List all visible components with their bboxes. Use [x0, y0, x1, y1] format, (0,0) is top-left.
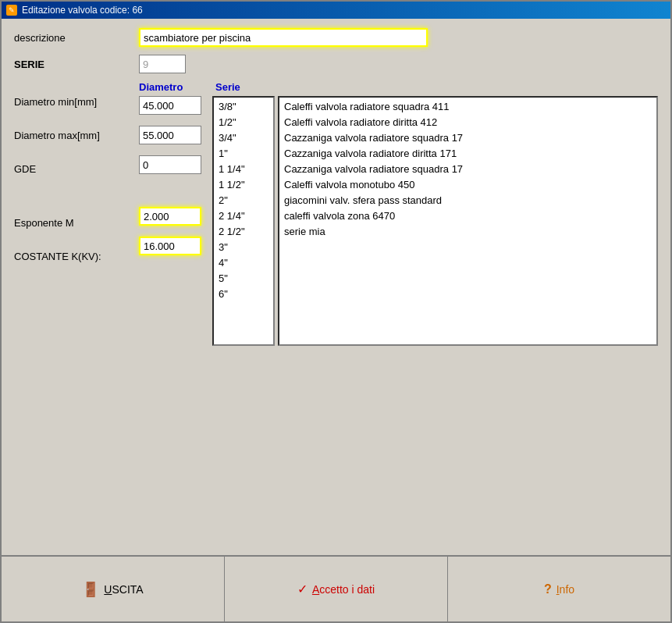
uscita-button[interactable]: 🚪 USCITA	[2, 557, 225, 621]
list-item[interactable]: 3/8"	[217, 99, 270, 115]
info-button[interactable]: ? Info	[448, 557, 670, 621]
list-item[interactable]: 6"	[217, 287, 270, 302]
esponente-input[interactable]	[139, 207, 201, 226]
window-title: Editazione valvola codice: 66	[22, 5, 143, 16]
inputs-column	[139, 96, 209, 255]
list-item[interactable]: serie mia	[283, 224, 653, 240]
esponente-row: Esponente M	[14, 217, 139, 229]
list-item[interactable]: 5"	[217, 271, 270, 287]
list-item[interactable]: Caleffi valvola monotubo 450	[283, 177, 653, 193]
list-item[interactable]: 1 1/4"	[217, 162, 270, 177]
left-form-panel: Diametro min[mm] Diametro max[mm] GDE Es…	[14, 96, 139, 270]
list-item[interactable]: caleffi valvola zona 6470	[283, 208, 653, 224]
bottom-bar: 🚪 USCITA ✓ Accetto i dati ? Info	[2, 555, 670, 621]
list-item[interactable]: Cazzaniga valvola radiatore squadra 17	[283, 130, 653, 146]
list-item[interactable]: Cazzaniga valvola radiatore diritta 171	[283, 146, 653, 162]
accetto-icon: ✓	[297, 582, 308, 596]
diametro-column-header: Diametro	[139, 81, 183, 93]
window-icon: ✎	[6, 5, 17, 16]
costante-input[interactable]	[139, 237, 201, 255]
diameter-list-container: 3/8" 1/2" 3/4" 1" 1 1/4" 1 1/2" 2" 2 1/4…	[212, 96, 275, 346]
diametro-min-label: Diametro min[mm]	[14, 96, 139, 108]
diametro-max-row: Diametro max[mm]	[14, 130, 139, 141]
diametro-min-row: Diametro min[mm]	[14, 96, 139, 108]
list-item[interactable]: 3/4"	[217, 130, 270, 146]
uscita-icon: 🚪	[82, 581, 99, 598]
content-area: descrizione SERIE Diametro Serie Diametr…	[2, 19, 670, 555]
list-item[interactable]: 1 1/2"	[217, 177, 270, 193]
list-item[interactable]: Caleffi valvola radiatore squadra 411	[283, 99, 653, 115]
list-item[interactable]: 3"	[217, 240, 270, 255]
serie-row: SERIE	[14, 55, 658, 73]
descrizione-row: descrizione	[14, 28, 658, 47]
uscita-label: USCITA	[104, 583, 143, 596]
diameter-list[interactable]: 3/8" 1/2" 3/4" 1" 1 1/4" 1 1/2" 2" 2 1/4…	[212, 96, 275, 346]
list-item[interactable]: 2 1/2"	[217, 224, 270, 240]
costante-label: COSTANTE K(KV):	[14, 251, 139, 262]
list-item[interactable]: 1/2"	[217, 115, 270, 130]
serie-input[interactable]	[139, 55, 186, 73]
list-item[interactable]: 4"	[217, 255, 270, 271]
serie-column-header: Serie	[215, 81, 240, 93]
gde-row: GDE	[14, 163, 139, 175]
info-icon: ?	[544, 582, 552, 596]
serie-list[interactable]: Caleffi valvola radiatore squadra 411 Ca…	[278, 96, 658, 346]
title-bar: ✎ Editazione valvola codice: 66	[2, 2, 670, 19]
list-item[interactable]: giacomini valv. sfera pass standard	[283, 193, 653, 208]
accetto-button[interactable]: ✓ Accetto i dati	[225, 557, 448, 621]
diametro-max-input[interactable]	[139, 126, 201, 144]
list-item[interactable]: Caleffi valvola radiatore diritta 412	[283, 115, 653, 130]
list-item[interactable]: Cazzaniga valvola radiatore squadra 17	[283, 162, 653, 177]
serie-list-container: Caleffi valvola radiatore squadra 411 Ca…	[278, 96, 658, 346]
gde-label: GDE	[14, 163, 139, 175]
accetto-label: Accetto i dati	[312, 583, 375, 596]
descrizione-label: descrizione	[14, 32, 139, 44]
list-item[interactable]: 2"	[217, 193, 270, 208]
descrizione-input[interactable]	[139, 28, 428, 47]
list-item[interactable]: 1"	[217, 146, 270, 162]
diametro-max-label: Diametro max[mm]	[14, 130, 139, 141]
info-label: Info	[556, 583, 574, 596]
spacer	[14, 346, 658, 546]
serie-label: SERIE	[14, 59, 139, 70]
main-window: ✎ Editazione valvola codice: 66 descrizi…	[0, 0, 672, 623]
diametro-min-input[interactable]	[139, 96, 201, 115]
gde-input[interactable]	[139, 155, 201, 174]
esponente-label: Esponente M	[14, 217, 139, 229]
costante-row: COSTANTE K(KV):	[14, 251, 139, 262]
list-item[interactable]: 2 1/4"	[217, 208, 270, 224]
